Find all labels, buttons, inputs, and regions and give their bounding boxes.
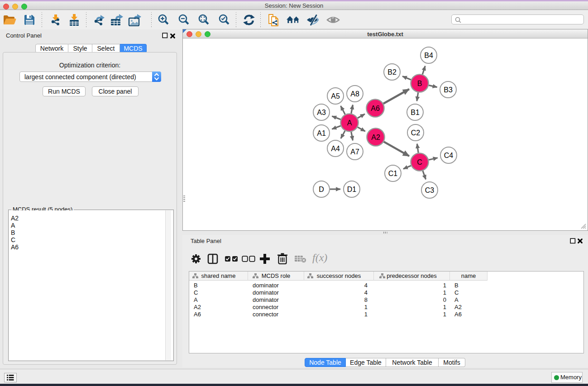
svg-text:A2: A2 <box>371 133 380 141</box>
svg-text:C2: C2 <box>411 129 421 137</box>
svg-text:B: B <box>417 80 422 87</box>
svg-text:C: C <box>417 158 422 166</box>
svg-text:C3: C3 <box>425 186 435 194</box>
svg-text:A: A <box>347 119 352 127</box>
svg-text:A5: A5 <box>331 92 340 100</box>
svg-text:A1: A1 <box>317 129 326 137</box>
svg-text:A8: A8 <box>350 90 359 98</box>
svg-text:B4: B4 <box>424 52 433 59</box>
svg-text:B1: B1 <box>411 109 420 116</box>
svg-text:A3: A3 <box>317 109 326 116</box>
svg-text:D: D <box>319 186 324 193</box>
svg-text:B2: B2 <box>387 68 397 76</box>
svg-text:A4: A4 <box>331 145 340 152</box>
svg-text:C1: C1 <box>388 170 398 177</box>
svg-text:B3: B3 <box>444 86 453 94</box>
svg-text:D1: D1 <box>347 186 357 193</box>
svg-text:A7: A7 <box>350 148 359 156</box>
svg-text:A6: A6 <box>371 105 380 112</box>
svg-text:C4: C4 <box>444 152 454 159</box>
